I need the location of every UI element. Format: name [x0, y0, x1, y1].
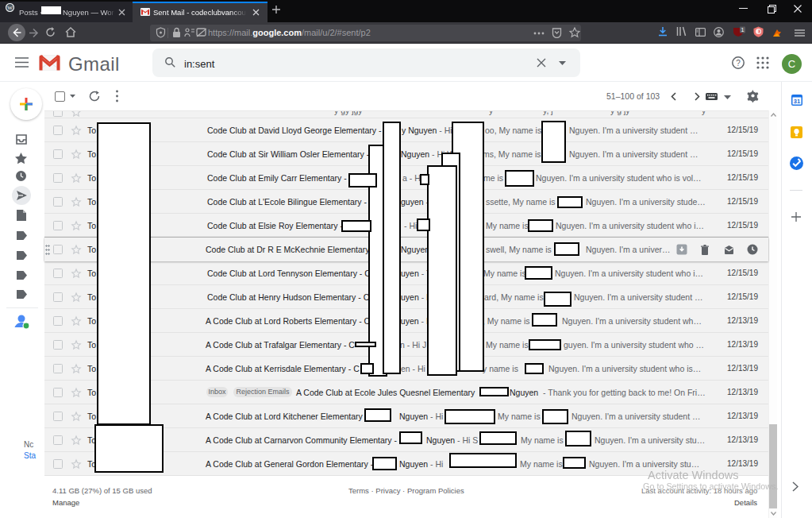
- svg-text:W: W: [7, 5, 13, 11]
- svg-text:1: 1: [741, 27, 745, 33]
- svg-text:31: 31: [794, 98, 800, 105]
- svg-text:?: ?: [736, 59, 741, 68]
